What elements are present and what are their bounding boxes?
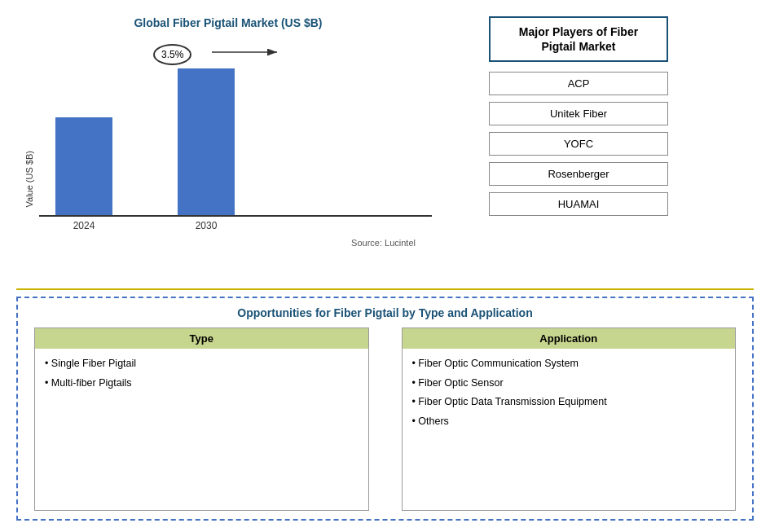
- opportunities-title: Opportunities for Fiber Pigtail by Type …: [34, 306, 736, 319]
- annotation-bubble: 3.5%: [153, 44, 191, 65]
- players-title: Major Players of Fiber Pigtail Market: [489, 16, 668, 62]
- app-item-3: Fiber Optic Data Transmission Equipment: [412, 395, 726, 410]
- y-axis-label: Value (US $B): [24, 151, 34, 208]
- bottom-columns: Type Single Fiber Pigtail Multi-fiber Pi…: [34, 328, 736, 511]
- player-unitek: Unitek Fiber: [489, 102, 668, 125]
- player-acp: ACP: [489, 72, 668, 95]
- x-labels: 2024 2030: [39, 220, 432, 231]
- type-header: Type: [35, 328, 368, 349]
- player-yofc: YOFC: [489, 132, 668, 156]
- type-item-2: Multi-fiber Pigtails: [45, 376, 359, 391]
- annotation: 3.5%: [153, 44, 191, 65]
- player-huamai: HUAMAI: [489, 192, 668, 216]
- type-content: Single Fiber Pigtail Multi-fiber Pigtail…: [35, 349, 368, 510]
- source-text: Source: Lucintel: [24, 238, 432, 248]
- players-section: Major Players of Fiber Pigtail Market AC…: [440, 8, 717, 285]
- main-container: Global Fiber Pigtail Market (US $B) Valu…: [0, 0, 770, 532]
- bar-2024: [55, 117, 112, 215]
- chart-inner: 3.5%: [39, 36, 432, 231]
- x-label-2030: 2030: [178, 220, 235, 231]
- top-section: Global Fiber Pigtail Market (US $B) Valu…: [16, 8, 754, 285]
- bars-container: 3.5%: [39, 36, 432, 217]
- chart-title: Global Fiber Pigtail Market (US $B): [134, 16, 322, 29]
- type-column: Type Single Fiber Pigtail Multi-fiber Pi…: [34, 328, 369, 511]
- application-header: Application: [403, 328, 736, 349]
- chart-area: Value (US $B) 3.5%: [24, 36, 432, 231]
- section-divider: [16, 288, 754, 290]
- bar-2030: [178, 68, 235, 215]
- player-rosenberger: Rosenberger: [489, 162, 668, 186]
- chart-section: Global Fiber Pigtail Market (US $B) Valu…: [16, 8, 440, 285]
- bottom-section: Opportunities for Fiber Pigtail by Type …: [16, 297, 754, 521]
- application-content: Fiber Optic Communication System Fiber O…: [403, 349, 736, 510]
- bar-group-2024: [55, 117, 112, 215]
- type-item-1: Single Fiber Pigtail: [45, 357, 359, 372]
- application-column: Application Fiber Optic Communication Sy…: [402, 328, 737, 511]
- app-item-1: Fiber Optic Communication System: [412, 357, 726, 372]
- x-label-2024: 2024: [55, 220, 112, 231]
- app-item-4: Others: [412, 415, 726, 429]
- bar-group-2030: [178, 68, 235, 215]
- app-item-2: Fiber Optic Sensor: [412, 376, 726, 391]
